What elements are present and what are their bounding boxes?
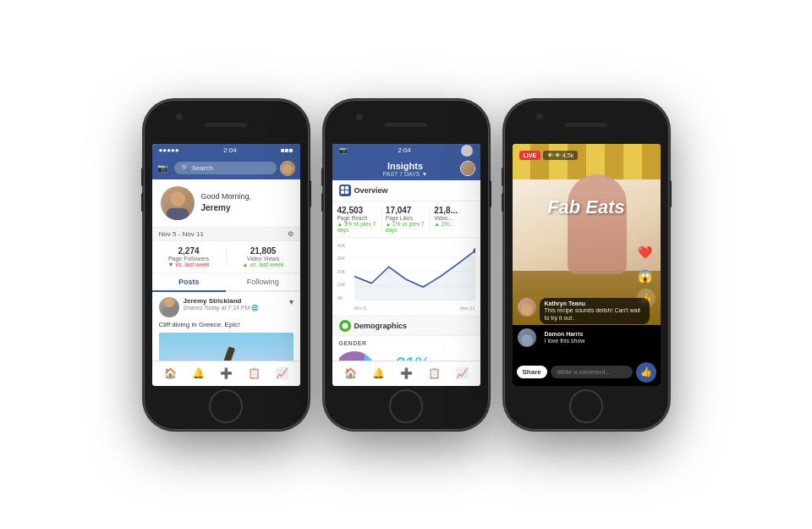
home-nav-icon-2[interactable]: 🏠	[344, 367, 357, 379]
svg-rect-0	[341, 186, 344, 190]
svg-rect-2	[345, 186, 348, 190]
metric-divider-2	[430, 206, 431, 233]
post-author-info: Jeremy Strickland Shared Today at 7:14 P…	[184, 297, 260, 311]
phone-1-screen: ●●●●● 2:04 ■■■ 📷 🔍 Search	[152, 144, 300, 386]
live-badge: LIVE 👁 👁 4.5k	[519, 151, 579, 160]
power-button-3	[669, 180, 672, 207]
video-metric: 21,8... Video... ▲ 1%...	[434, 206, 475, 233]
video-views-stat: 21,805 Video Views ▲ vs. last week	[233, 246, 294, 267]
content-tabs: Posts Following	[152, 273, 300, 292]
front-camera-3	[536, 113, 543, 120]
add-nav-icon-2[interactable]: ➕	[400, 367, 413, 379]
demographics-header: Demographics	[332, 317, 480, 336]
insights-status-bar: 📷 2:04	[332, 144, 480, 157]
add-nav-icon[interactable]: ➕	[220, 367, 233, 379]
comment-2-avatar	[518, 328, 536, 347]
phone-top	[144, 100, 309, 144]
volume-down-button-2	[321, 193, 324, 212]
y-label-0k: 0K	[337, 295, 353, 300]
speaker-2	[385, 123, 427, 127]
power-button-2	[489, 180, 491, 207]
live-input-bar: Share Write a comment... 👍	[513, 359, 661, 386]
power-button	[309, 180, 311, 207]
front-camera	[176, 113, 183, 120]
volume-down-button	[141, 193, 144, 212]
brand-name: Fab Eats	[513, 196, 661, 218]
insights-nav-icon[interactable]: 📈	[276, 367, 288, 379]
phone-2-screen: 📷 2:04 Insights PAST 7 DAYS ▼	[332, 144, 480, 386]
speaker-3	[565, 123, 607, 127]
person	[542, 174, 653, 274]
reaction-heart: ❤️	[638, 245, 652, 259]
phone-top-3	[504, 100, 669, 144]
y-label-10k: 10K	[337, 282, 353, 287]
live-video-screen: Fab Eats LIVE 👁 👁 4.5k ❤️ 😱 👍	[513, 144, 661, 386]
comments-area: Kathryn Teanu This recipe sounds delish!…	[513, 294, 661, 355]
page-followers-stat: 2,274 Page Followers ▼ vs. last week	[159, 246, 219, 267]
comment-1-bubble: Kathryn Teanu This recipe sounds delish!…	[540, 298, 650, 324]
home-button-2[interactable]	[389, 389, 423, 423]
page-reach-metric: 42,503 Page Reach ▲ 3% vs prev 7 days	[337, 206, 378, 233]
notifications-nav-icon[interactable]: 🔔	[192, 367, 205, 379]
svg-rect-3	[345, 190, 348, 194]
svg-marker-8	[354, 251, 475, 300]
camera-icon: 📷	[339, 146, 348, 154]
pages-nav-icon-2[interactable]: 📋	[428, 367, 441, 379]
chart-svg-container	[354, 243, 475, 300]
greeting-text: Good Morning, Jeremy	[201, 191, 252, 214]
time-display: 2:04	[398, 146, 411, 154]
home-button-3[interactable]	[569, 389, 603, 423]
live-indicator: LIVE	[519, 151, 541, 160]
overview-header: Overview	[332, 180, 480, 201]
phone-2: 📷 2:04 Insights PAST 7 DAYS ▼	[324, 100, 489, 430]
phones-container: ●●●●● 2:04 ■■■ 📷 🔍 Search	[127, 83, 686, 447]
line-chart-container: 40K 30K 20K 10K 0K	[337, 243, 475, 311]
overview-label: Overview	[354, 186, 388, 195]
eye-icon: 👁	[547, 152, 553, 158]
post-header: Jeremy Strickland Shared Today at 7:14 P…	[159, 297, 294, 317]
date-range-text: Nov 5 - Nov 11	[159, 230, 204, 238]
home-button[interactable]	[209, 389, 243, 423]
comment-2: Damon Harris I love this show	[518, 328, 656, 347]
comment-input[interactable]: Write a comment...	[551, 366, 633, 378]
post-options-icon[interactable]: ▾	[289, 297, 294, 306]
pages-nav-icon[interactable]: 📋	[248, 367, 261, 379]
search-bar[interactable]: 🔍 Search	[174, 162, 277, 174]
like-button[interactable]: 👍	[636, 362, 656, 383]
y-label-30k: 30K	[337, 256, 353, 261]
stats-row: 2,274 Page Followers ▼ vs. last week 21,…	[152, 241, 300, 273]
settings-icon[interactable]: ⚙	[288, 230, 294, 238]
overview-icon	[339, 185, 351, 196]
tab-following[interactable]: Following	[226, 273, 300, 290]
metric-divider-1	[381, 206, 382, 233]
speaker	[205, 123, 247, 127]
demographics-label: Demographics	[354, 322, 408, 330]
facebook-navbar: 📷 🔍 Search	[152, 157, 300, 179]
phone-3: Fab Eats LIVE 👁 👁 4.5k ❤️ 😱 👍	[504, 100, 669, 430]
volume-up-button	[141, 168, 144, 186]
notifications-nav-icon-2[interactable]: 🔔	[372, 367, 385, 379]
volume-up-button-2	[321, 168, 324, 186]
y-axis-labels: 40K 30K 20K 10K 0K	[337, 243, 353, 300]
line-chart-svg	[354, 243, 475, 300]
comment-2-bubble: Damon Harris I love this show	[540, 328, 590, 347]
demographics-icon	[339, 320, 351, 332]
profile-section: Good Morning, Jeremy	[152, 179, 300, 228]
comment-1: Kathryn Teanu This recipe sounds delish!…	[518, 298, 656, 324]
share-button[interactable]: Share	[517, 366, 547, 378]
metrics-row: 42,503 Page Reach ▲ 3% vs prev 7 days 17…	[332, 201, 480, 238]
time-display: 2:04	[223, 146, 237, 154]
home-nav-icon[interactable]: 🏠	[164, 367, 177, 379]
reaction-shock: 😱	[638, 269, 652, 283]
gender-label: GENDER	[339, 340, 390, 346]
x-label-nov5: Nov 5	[354, 306, 366, 311]
avatar-icon	[461, 145, 473, 157]
tab-posts[interactable]: Posts	[152, 273, 227, 292]
svg-point-10	[342, 322, 348, 328]
camera-icon[interactable]: 📷	[157, 163, 171, 173]
front-camera-2	[356, 113, 363, 120]
insights-nav-icon-2[interactable]: 📈	[456, 367, 469, 379]
svg-rect-1	[341, 190, 344, 194]
phone-3-screen: Fab Eats LIVE 👁 👁 4.5k ❤️ 😱 👍	[513, 144, 661, 386]
user-avatar-small[interactable]	[280, 161, 295, 176]
